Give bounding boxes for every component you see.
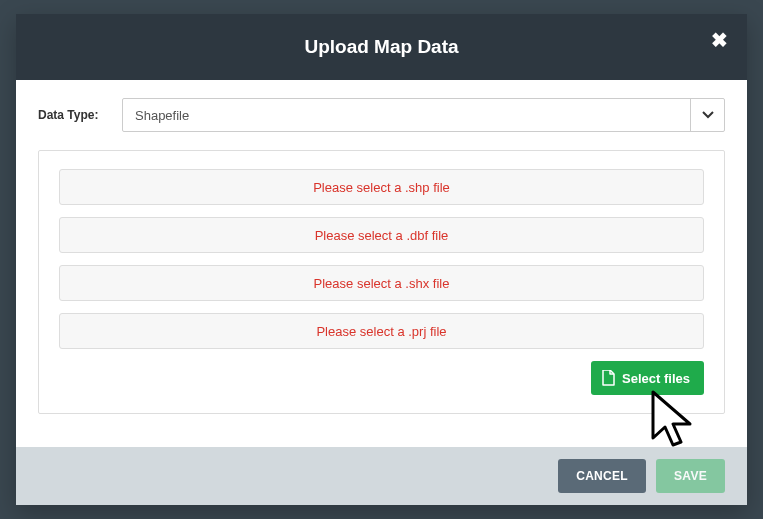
- cancel-button[interactable]: CANCEL: [558, 459, 646, 493]
- select-files-label: Select files: [622, 371, 690, 386]
- data-type-value: Shapefile: [123, 108, 690, 123]
- upload-modal: Upload Map Data ✖ Data Type: Shapefile P…: [16, 14, 747, 505]
- select-files-row: Select files: [59, 361, 704, 395]
- data-type-label: Data Type:: [38, 108, 108, 122]
- file-slot-text: Please select a .prj file: [316, 324, 446, 339]
- file-panel: Please select a .shp file Please select …: [38, 150, 725, 414]
- file-icon: [601, 370, 615, 386]
- file-slot-prj[interactable]: Please select a .prj file: [59, 313, 704, 349]
- save-button[interactable]: SAVE: [656, 459, 725, 493]
- select-files-button[interactable]: Select files: [591, 361, 704, 395]
- file-slot-text: Please select a .shx file: [314, 276, 450, 291]
- modal-body: Data Type: Shapefile Please select a .sh…: [16, 80, 747, 447]
- file-slot-text: Please select a .dbf file: [315, 228, 449, 243]
- file-slot-text: Please select a .shp file: [313, 180, 450, 195]
- file-slot-dbf[interactable]: Please select a .dbf file: [59, 217, 704, 253]
- close-icon[interactable]: ✖: [707, 28, 731, 52]
- modal-header: Upload Map Data ✖: [16, 14, 747, 80]
- modal-title: Upload Map Data: [304, 36, 458, 58]
- modal-footer: CANCEL SAVE: [16, 447, 747, 505]
- chevron-down-icon: [690, 99, 724, 131]
- file-slot-shp[interactable]: Please select a .shp file: [59, 169, 704, 205]
- data-type-select[interactable]: Shapefile: [122, 98, 725, 132]
- data-type-row: Data Type: Shapefile: [38, 98, 725, 132]
- file-slot-shx[interactable]: Please select a .shx file: [59, 265, 704, 301]
